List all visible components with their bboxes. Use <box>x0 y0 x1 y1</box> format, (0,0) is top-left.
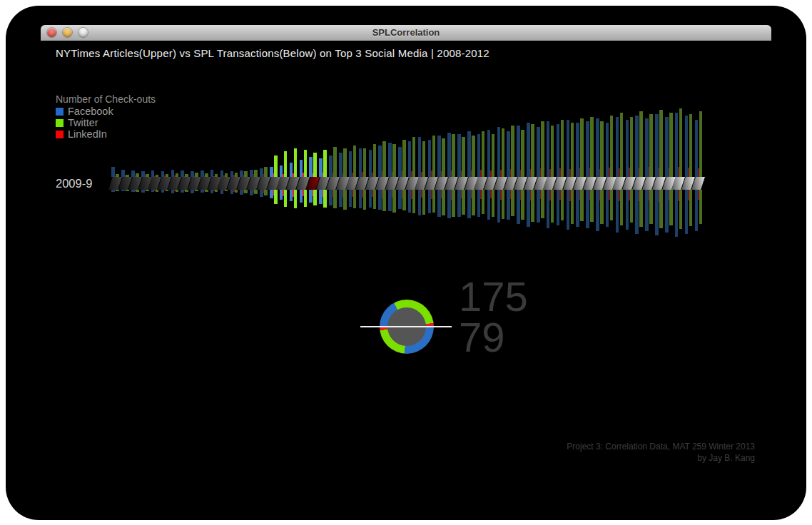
bar-twitter-lower[interactable] <box>620 190 624 225</box>
bar-facebook-lower[interactable] <box>685 190 689 234</box>
bar-twitter-lower[interactable] <box>126 190 129 191</box>
bar-facebook-upper[interactable] <box>131 170 135 177</box>
bar-facebook-lower[interactable] <box>201 190 204 193</box>
bar-facebook-upper[interactable] <box>349 151 352 177</box>
bar-twitter-lower[interactable] <box>136 190 139 192</box>
bar-facebook-upper[interactable] <box>121 170 125 177</box>
bar-facebook-lower[interactable] <box>309 190 313 203</box>
bar-facebook-upper[interactable] <box>645 118 649 177</box>
bar-twitter-lower[interactable] <box>492 190 495 217</box>
bar-facebook-upper[interactable] <box>487 130 491 177</box>
bar-facebook-upper[interactable] <box>616 117 619 177</box>
bar-facebook-upper[interactable] <box>378 146 382 177</box>
bar-twitter-lower[interactable] <box>185 190 188 192</box>
bar-facebook-upper[interactable] <box>567 120 570 177</box>
bar-twitter-upper[interactable] <box>511 126 514 177</box>
bar-twitter-upper[interactable] <box>353 146 357 177</box>
bar-twitter-lower[interactable] <box>452 190 455 217</box>
bar-facebook-upper[interactable] <box>171 170 175 177</box>
bar-facebook-upper[interactable] <box>655 114 659 177</box>
bar-facebook-upper[interactable] <box>586 121 589 177</box>
bar-facebook-upper[interactable] <box>635 116 639 177</box>
bar-twitter-upper[interactable] <box>392 144 396 177</box>
bar-twitter-upper[interactable] <box>600 121 604 177</box>
bar-twitter-upper[interactable] <box>323 150 327 177</box>
bar-twitter-upper[interactable] <box>412 137 416 177</box>
bar-twitter-upper[interactable] <box>580 118 584 177</box>
bar-facebook-upper[interactable] <box>329 156 333 177</box>
bar-facebook-lower[interactable] <box>181 190 184 193</box>
bar-twitter-upper[interactable] <box>462 137 465 177</box>
bar-twitter-upper[interactable] <box>521 130 524 177</box>
bar-twitter-lower[interactable] <box>146 190 149 191</box>
bar-facebook-lower[interactable] <box>161 190 165 193</box>
bar-twitter-lower[interactable] <box>699 190 703 224</box>
bar-facebook-upper[interactable] <box>230 171 234 177</box>
bar-twitter-upper[interactable] <box>244 171 248 177</box>
bar-facebook-lower[interactable] <box>319 190 323 204</box>
bar-facebook-upper[interactable] <box>201 170 204 177</box>
bar-twitter-lower[interactable] <box>353 190 357 208</box>
bar-facebook-upper[interactable] <box>339 153 342 177</box>
bar-facebook-upper[interactable] <box>290 163 293 177</box>
bar-facebook-lower[interactable] <box>457 190 461 217</box>
bar-facebook-lower[interactable] <box>606 190 609 227</box>
bar-twitter-upper[interactable] <box>561 120 564 177</box>
bar-twitter-lower[interactable] <box>343 190 347 210</box>
bar-twitter-upper[interactable] <box>630 117 634 177</box>
bar-facebook-upper[interactable] <box>240 170 243 177</box>
bar-twitter-lower[interactable] <box>205 190 208 192</box>
bar-twitter-upper[interactable] <box>679 108 683 177</box>
bar-twitter-upper[interactable] <box>343 148 347 177</box>
bar-twitter-upper[interactable] <box>402 140 406 177</box>
bar-twitter-lower[interactable] <box>432 190 436 213</box>
bar-twitter-lower[interactable] <box>392 190 396 213</box>
bar-twitter-upper[interactable] <box>551 126 554 177</box>
bar-twitter-lower[interactable] <box>166 190 169 191</box>
bar-twitter-lower[interactable] <box>274 190 278 204</box>
bar-facebook-lower[interactable] <box>191 190 194 193</box>
bar-facebook-lower[interactable] <box>437 190 441 217</box>
bar-twitter-upper[interactable] <box>373 144 377 177</box>
bar-facebook-lower[interactable] <box>655 190 659 235</box>
bar-twitter-lower[interactable] <box>649 190 653 224</box>
bar-facebook-upper[interactable] <box>359 148 362 177</box>
bar-facebook-upper[interactable] <box>497 127 501 177</box>
bar-facebook-lower[interactable] <box>300 190 303 203</box>
bar-twitter-lower[interactable] <box>412 190 416 213</box>
bar-twitter-lower[interactable] <box>264 190 268 195</box>
bar-twitter-upper[interactable] <box>669 113 673 177</box>
bar-twitter-lower[interactable] <box>580 190 584 221</box>
bar-facebook-upper[interactable] <box>537 127 540 177</box>
bar-facebook-upper[interactable] <box>369 150 372 177</box>
bar-twitter-lower[interactable] <box>511 190 514 216</box>
bar-facebook-upper[interactable] <box>191 171 194 177</box>
bar-facebook-upper[interactable] <box>309 157 313 177</box>
bar-twitter-lower[interactable] <box>313 190 317 205</box>
bar-facebook-lower[interactable] <box>290 190 293 201</box>
bar-twitter-lower[interactable] <box>244 190 248 193</box>
bar-facebook-lower[interactable] <box>487 190 491 220</box>
bar-twitter-upper[interactable] <box>442 138 445 177</box>
bar-twitter-upper[interactable] <box>571 123 574 177</box>
bar-facebook-lower[interactable] <box>369 190 372 208</box>
bar-facebook-upper[interactable] <box>547 121 550 177</box>
bar-twitter-upper[interactable] <box>590 117 594 177</box>
bar-facebook-upper[interactable] <box>319 158 323 177</box>
bar-facebook-lower[interactable] <box>121 190 125 191</box>
bar-twitter-lower[interactable] <box>215 190 218 192</box>
bar-facebook-lower[interactable] <box>586 190 589 228</box>
bar-twitter-upper[interactable] <box>382 141 386 177</box>
bar-facebook-upper[interactable] <box>507 131 510 177</box>
bar-twitter-lower[interactable] <box>639 190 643 227</box>
bar-facebook-upper[interactable] <box>280 165 283 177</box>
bar-facebook-upper[interactable] <box>437 136 441 177</box>
bar-facebook-upper[interactable] <box>141 171 145 177</box>
bar-facebook-lower[interactable] <box>567 190 570 230</box>
bar-twitter-lower[interactable] <box>382 190 386 211</box>
bar-facebook-lower[interactable] <box>616 190 619 233</box>
bar-twitter-lower[interactable] <box>571 190 574 224</box>
bar-twitter-lower[interactable] <box>284 190 288 207</box>
bar-facebook-lower[interactable] <box>626 190 629 230</box>
bar-twitter-lower[interactable] <box>363 190 367 210</box>
